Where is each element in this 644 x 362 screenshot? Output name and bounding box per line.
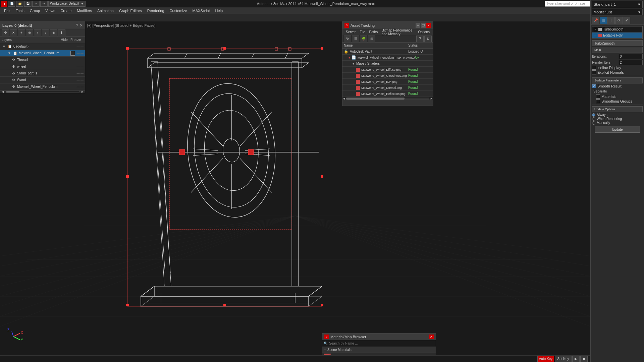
at-tree-btn[interactable]: 🌳 [360,36,367,42]
radio-rendering-btn[interactable] [592,117,595,121]
layer-checkbox[interactable] [70,51,75,56]
explicit-normals-checkbox[interactable] [592,70,596,74]
at-help-btn[interactable]: ? [416,36,424,42]
mb-search-input[interactable] [329,342,434,345]
at-table-btn[interactable]: ⊞ [368,36,375,42]
menu-help[interactable]: Help [213,8,226,13]
layer-item-stand[interactable]: ⚙ Stand — — [0,77,85,83]
mod-pin-btn[interactable]: 📌 [592,17,599,24]
layer-item-wheel[interactable]: ⚙ wheel — — [0,63,85,70]
iterations-input[interactable]: 0 [619,54,643,59]
at-row-normal[interactable]: Maxwell's_Wheel_Normal.png Found [342,85,433,91]
radio-when-rendering[interactable]: When Rendering [592,117,643,121]
layers-close-icon[interactable]: ✕ [79,23,83,28]
status-play-btn[interactable]: ▶ [572,356,580,362]
at-settings-btn[interactable]: ⚙ [424,36,432,42]
scroll-right-btn[interactable]: ► [80,90,85,94]
surface-params-header[interactable]: Surface Parameters [592,77,643,83]
mod-poly-checkbox[interactable] [594,34,597,37]
status-key-btn[interactable]: Set Key [555,356,572,362]
at-close-btn[interactable]: ✕ [426,23,431,28]
mod-rotate-btn[interactable]: ⟳ [615,17,623,24]
isoline-checkbox[interactable] [592,66,596,70]
mb-close-btn[interactable]: ✕ [429,335,434,339]
menu-tools[interactable]: Tools [13,8,27,13]
at-row-diffuse[interactable]: Maxwell's_Wheel_Diffuse.png Found [342,67,433,73]
materials-checkbox[interactable] [596,95,600,99]
save-file-btn[interactable]: 💾 [24,1,32,7]
layers-info-btn[interactable]: ℹ [58,29,65,36]
at-menu-file[interactable]: File [358,30,367,34]
at-row-file[interactable]: ▼ 📄 Maxwell_Wheel_Pendulum_max_vray.max … [342,55,433,61]
radio-always-btn[interactable] [592,113,595,117]
scroll-left-btn[interactable]: ◄ [0,90,5,94]
radio-manually-btn[interactable] [592,121,595,125]
smoothing-groups-checkbox[interactable] [596,99,600,103]
layers-add-sel-btn[interactable]: ⊕ [26,29,33,36]
layers-move-down-btn[interactable]: ↓ [42,29,49,36]
layer-item-maxwell[interactable]: ▼ 📋 Maxwell_Wheel_Pendulum — — [0,50,85,57]
layers-settings-btn[interactable]: ⚙ [2,29,9,36]
at-menu-server[interactable]: Server [344,30,358,34]
at-scrollbar-thumb[interactable] [346,98,405,100]
at-list-btn[interactable]: ☰ [352,36,359,42]
radio-always[interactable]: Always [592,113,643,117]
menu-edit[interactable]: Edit [1,8,13,13]
at-row-glossiness[interactable]: Maxwell's_Wheel_Glossiness.png Found [342,73,433,79]
at-row-ior[interactable]: Maxwell's_Wheel_IOR.png Found [342,79,433,85]
layer-item-stand-part1[interactable]: ⚙ Stand_part_1 — — [0,70,85,77]
at-menu-bitmap[interactable]: Bitmap Performance and Memory [380,28,416,36]
scroll-thumb[interactable] [6,91,19,93]
menu-graph-editors[interactable]: Graph Editors [116,8,145,13]
mod-move-btn[interactable]: ↕ [607,17,615,24]
at-minimize-btn[interactable]: ─ [416,23,420,28]
3d-viewport[interactable]: X Y Z [+] [Perspective] [Shaded + Edged … [0,21,590,355]
layer-item-thread[interactable]: ⚙ Thread — — [0,57,85,63]
mb-scene-materials-header[interactable]: ─ Scene Materials [322,347,436,353]
object-name-field[interactable]: Stand_part_1 ▼ [592,1,643,8]
workspace-selector[interactable]: Workspace: Default ▼ [48,1,86,7]
at-row-reflection[interactable]: Maxwell's_Wheel_Reflection.png Found [342,91,433,97]
layer-item-default[interactable]: ▼ 📋 0 (default) — — [0,43,85,50]
mod-editable-poly[interactable]: Editable Poly [592,33,642,39]
mod-turbosmooth-checkbox[interactable]: ✓ [594,28,597,31]
at-scroll-horizontal[interactable]: ◄ ► [342,97,433,100]
mod-turbosmooth[interactable]: ✓ TurboSmooth [592,26,642,33]
menu-animation[interactable]: Animation [95,8,116,13]
at-row-maps[interactable]: ▼ Maps / Shaders [342,61,433,67]
update-options-header[interactable]: Update Options [592,106,643,112]
layers-add-btn[interactable]: + [18,29,25,36]
at-row-vault[interactable]: 🔒 Autodesk Vault Logged O [342,49,433,55]
update-btn[interactable]: Update [595,126,640,133]
mb-search-bar[interactable]: 🔍 [322,340,436,347]
redo-btn[interactable]: ↪ [40,1,48,7]
menu-create[interactable]: Create [58,8,74,13]
undo-btn[interactable]: ↩ [32,1,40,7]
radio-manually[interactable]: Manually [592,121,643,125]
menu-views[interactable]: Views [43,8,58,13]
menu-group[interactable]: Group [27,8,43,13]
layers-move-btn[interactable]: ↑ [34,29,41,36]
layers-scrollbar[interactable]: ◄ ► [0,90,85,93]
menu-customize[interactable]: Customize [167,8,190,13]
menu-maxscript[interactable]: MAXScript [190,8,213,13]
at-menu-options[interactable]: Options [416,30,432,34]
mod-list-btn[interactable]: ☰ [600,17,607,24]
smooth-result-checkbox[interactable] [592,84,596,88]
status-stop-btn[interactable]: ■ [580,356,588,362]
at-menu-paths[interactable]: Paths [367,30,380,34]
new-file-btn[interactable]: 📄 [8,1,15,7]
layers-delete-btn[interactable]: ✕ [10,29,17,36]
main-subsection[interactable]: Main [592,47,643,53]
menu-rendering[interactable]: Rendering [145,8,167,13]
layers-select-btn[interactable]: ◈ [50,29,57,36]
menu-modifiers[interactable]: Modifiers [74,8,95,13]
layer-item-maxwell-pendulum[interactable]: ⚙ Maxwell_Wheel_Pendulum — — [0,83,85,90]
mod-scale-btn[interactable]: ⤢ [623,17,630,24]
at-refresh-btn[interactable]: ↻ [344,36,351,42]
render-iters-input[interactable]: 2 [619,60,643,65]
open-file-btn[interactable]: 📁 [16,1,23,7]
status-anim-btn[interactable]: Auto Key [537,356,554,362]
layers-help-icon[interactable]: ? [76,23,78,28]
turbosmooth-header[interactable]: TurboSmooth [592,40,643,46]
